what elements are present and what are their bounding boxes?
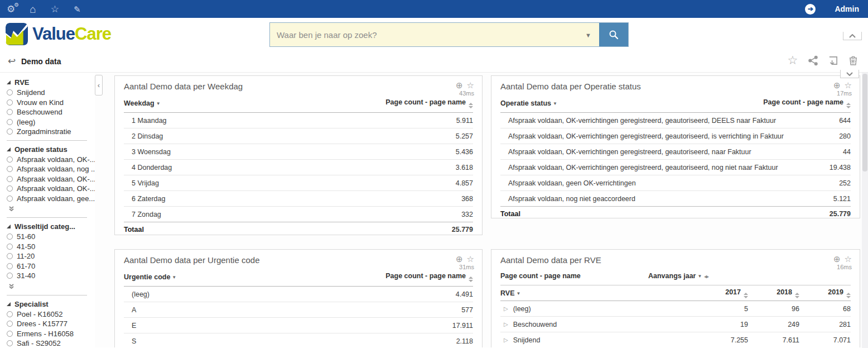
show-more-chevrons-icon[interactable] [8,282,95,292]
filter-option[interactable]: Afspraak voldaan, OK-... [7,184,95,194]
logout-arrow-icon[interactable]: ➔ [805,4,816,15]
table-row[interactable]: 2 Dinsdag5.257 [124,128,473,144]
table-row[interactable]: E17.911 [124,318,473,333]
filter-option[interactable]: Ermens - H16058 [7,329,95,339]
user-menu[interactable]: Admin [835,4,859,13]
back-arrow-icon[interactable]: ↩ [8,55,16,67]
table-row[interactable]: A577 [124,302,473,318]
column-header-pagecount[interactable]: Page count - page name [385,98,473,108]
panel-star-icon[interactable]: ☆ [845,254,852,264]
settings-gears-icon[interactable]: ⚙⚙ [7,4,15,14]
home-icon[interactable]: ⌂ [30,4,36,15]
pivot-row[interactable]: ▷Snijdend 7.255 7.611 7.071 [500,332,851,347]
sort-icon[interactable] [469,277,473,282]
share-icon[interactable] [807,54,819,66]
table-row[interactable]: Afspraak voldaan, OK-verrichtingen gereg… [500,160,851,175]
expand-triangle-icon[interactable]: ▷ [504,306,508,312]
filter-option[interactable]: 31-40 [7,271,95,281]
column-header-2019[interactable]: 2019 [799,288,851,298]
filter-option[interactable]: Beschouwend [7,107,95,117]
valuecare-logo[interactable]: ValueCare [6,23,111,45]
zoom-circle-plus-icon[interactable]: ⊕ [456,254,463,264]
table-row[interactable]: Afspraak voldaan, OK-verrichtingen gereg… [500,128,851,144]
column-header-rve[interactable]: RVE▼ [500,289,697,297]
table-row[interactable]: (leeg)4.491 [124,287,473,302]
panel-star-icon[interactable]: ☆ [467,254,474,264]
scrollbar-thumb[interactable] [862,74,867,171]
sort-icon[interactable] [846,103,851,108]
zoom-circle-plus-icon[interactable]: ⊕ [833,254,841,264]
search-dropdown-caret-icon[interactable]: ▼ [585,32,591,39]
table-row[interactable]: Afspraak voldaan, OK-verrichtingen gereg… [500,113,851,128]
table-row[interactable]: S2.118 [124,333,473,347]
filter-option[interactable]: Afspraak voldaan, nog ... [7,164,95,174]
filter-option[interactable]: Safi - S29052 [7,339,95,348]
section-header-rve[interactable]: RVE [7,77,95,88]
table-row[interactable]: 6 Zaterdag368 [124,191,473,207]
filter-option[interactable]: Afspraak voldaan, OK-... [7,155,95,165]
table-row[interactable]: Afspraak voldaan, geen OK-verrichtingen2… [500,175,851,191]
pivot-toggle-icon[interactable]: ◂▸ [704,274,708,279]
search-button[interactable] [599,23,628,46]
table-row[interactable]: 7 Zondag332 [124,207,473,222]
table-row[interactable]: Afspraak voldaan, OK-verrichtingen gereg… [500,144,851,160]
filter-option[interactable]: (leeg) [7,117,95,127]
filter-option[interactable]: Drees - K15777 [7,319,95,329]
filter-option[interactable]: Afspraak voldaan, gee... [7,194,95,204]
collapse-toolbar-button[interactable] [840,70,859,78]
column-header-2017[interactable]: 2017 [697,288,748,298]
panel-star-icon[interactable]: ☆ [845,80,852,90]
filter-option[interactable]: 11-20 [7,251,95,261]
sort-icon[interactable] [744,293,748,298]
sidebar-collapse-handle[interactable]: ‹ [95,75,103,96]
table-row[interactable]: 3 Woensdag5.436 [124,144,473,160]
expand-triangle-icon[interactable]: ▷ [504,337,508,343]
filter-option[interactable]: Zorgadminstratie [7,127,95,137]
pivot-column-header[interactable]: Aanvangs jaar▼◂▸ [648,272,708,280]
filter-option[interactable]: 41-50 [7,242,95,252]
filter-option[interactable]: 61-70 [7,261,95,271]
filter-triangle-icon[interactable]: ▼ [156,101,161,106]
filter-triangle-icon[interactable]: ▼ [553,101,557,106]
column-header-pagecount[interactable]: Page count - page name [385,272,473,282]
favorites-star-icon[interactable]: ☆ [51,4,59,14]
section-header-operatie-status[interactable]: Operatie status [7,144,95,155]
trash-icon[interactable] [847,54,859,66]
column-header-2018[interactable]: 2018 [748,288,799,298]
sort-icon[interactable] [795,293,799,298]
table-row[interactable]: Afspraak voldaan, nog niet geaccordeerd5… [500,191,851,207]
collapse-triangle-icon [7,147,11,151]
search-input[interactable] [270,23,599,46]
filter-option[interactable]: 51-60 [7,232,95,242]
filter-option[interactable]: Poel - K16052 [7,309,95,320]
filter-triangle-icon[interactable]: ▼ [172,275,176,280]
show-more-chevrons-icon[interactable] [8,204,95,214]
column-header-weekdag[interactable]: Weekdag▼ [124,99,161,107]
zoom-circle-plus-icon[interactable]: ⊕ [456,80,463,90]
sort-icon[interactable] [469,103,473,108]
table-row[interactable]: 1 Maandag5.911 [124,113,473,128]
column-header-urgentie-code[interactable]: Urgentie code▼ [124,273,176,281]
edit-pencil-icon[interactable]: ✎ [74,5,81,13]
collapse-header-button[interactable] [843,32,862,40]
column-header-operatie-status[interactable]: Operatie status▼ [500,99,557,107]
pivot-row[interactable]: ▷Beschouwend 19 249 281 [500,317,851,332]
panel-star-icon[interactable]: ☆ [467,80,474,90]
favorite-page-star-icon[interactable]: ☆ [787,54,799,66]
filter-option[interactable]: Vrouw en Kind [7,98,95,108]
zoom-circle-plus-icon[interactable]: ⊕ [833,80,841,90]
table-row[interactable]: 5 Vrijdag4.857 [124,175,473,191]
filter-option[interactable]: Afspraak voldaan, OK-... [7,174,95,184]
section-header-wisseltijd[interactable]: Wisseltijd categ... [7,221,95,232]
pivot-row[interactable]: ▷(leeg) 5 96 68 [500,301,851,317]
sort-icon[interactable] [846,293,851,298]
filter-triangle-icon[interactable]: ▼ [516,291,520,296]
filter-option[interactable]: Snijdend [7,88,95,98]
column-header-pagecount[interactable]: Page count - page name [763,98,851,108]
table-row[interactable]: 4 Donderdag3.618 [124,160,473,175]
filter-triangle-icon[interactable]: ▼ [697,274,702,279]
expand-triangle-icon[interactable]: ▷ [504,321,508,327]
vertical-scrollbar[interactable] [862,73,868,348]
save-icon[interactable] [827,54,839,66]
section-header-specialist[interactable]: Specialist [7,299,95,309]
